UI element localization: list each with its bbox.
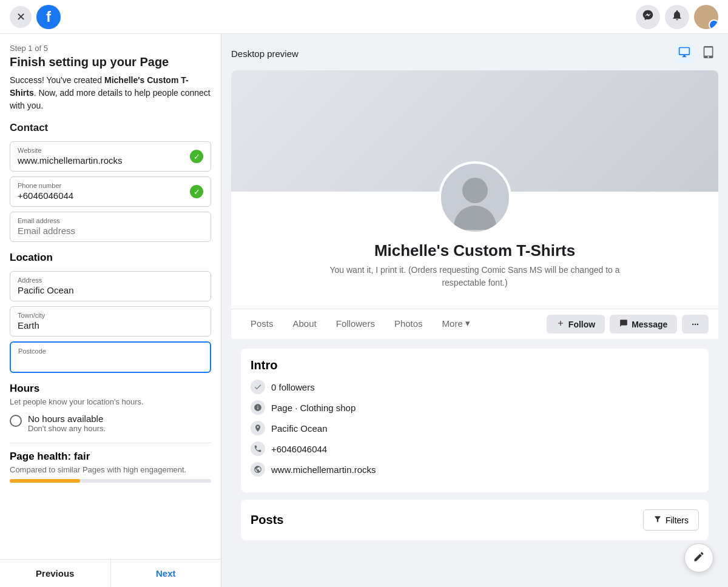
- followers-icon: [251, 380, 265, 394]
- phone-label: Phone number: [18, 182, 203, 189]
- tab-posts[interactable]: Posts: [241, 310, 283, 339]
- globe-icon: [251, 462, 265, 477]
- address-input[interactable]: [18, 285, 203, 295]
- preview-icons: [675, 44, 718, 63]
- location-icon: [251, 421, 265, 435]
- location-text: Pacific Ocean: [271, 423, 328, 434]
- website-input[interactable]: [18, 155, 203, 166]
- contact-section-title: Contact: [10, 122, 211, 134]
- health-description: Compared to similar Pages with high enga…: [10, 465, 211, 474]
- follow-icon: [556, 319, 565, 329]
- phone-intro-item: +6046046044: [251, 441, 699, 456]
- town-label: Town/city: [18, 312, 203, 319]
- phone-text: +6046046044: [271, 444, 327, 454]
- left-panel-content: Step 1 of 5 Finish setting up your Page …: [0, 34, 221, 559]
- previous-button[interactable]: Previous: [0, 560, 111, 587]
- notifications-button[interactable]: [665, 5, 689, 29]
- email-label: Email address: [18, 217, 203, 224]
- tab-about[interactable]: About: [283, 310, 326, 339]
- page-description: Success! You've created Michelle's Custo…: [10, 74, 211, 112]
- next-button[interactable]: Next: [111, 560, 221, 587]
- email-field-wrapper: Email address: [10, 212, 211, 242]
- no-hours-sublabel: Don't show any hours.: [28, 424, 106, 433]
- page-name: Michelle's Custom T-Shirts: [246, 241, 704, 260]
- website-field-group: Website ✓: [10, 141, 211, 172]
- tab-followers[interactable]: Followers: [326, 310, 385, 339]
- no-hours-option[interactable]: No hours available Don't show any hours.: [10, 414, 211, 433]
- message-icon: [619, 319, 628, 329]
- profile-avatar-wrap: [246, 161, 704, 234]
- email-input[interactable]: [18, 226, 203, 236]
- page-health-section: Page health: fair Compared to similar Pa…: [10, 443, 211, 483]
- address-label: Address: [18, 277, 203, 284]
- info-icon: [251, 400, 265, 415]
- left-panel-footer: Previous Next: [0, 559, 221, 587]
- town-input[interactable]: [18, 320, 203, 330]
- chevron-down-icon: ▾: [465, 318, 470, 329]
- page-tagline: You want it, I print it. (Orders request…: [323, 264, 627, 289]
- followers-count-text: 0 followers: [271, 382, 315, 392]
- desktop-preview-button[interactable]: [675, 44, 694, 63]
- facebook-logo: f: [36, 5, 61, 29]
- postcode-input[interactable]: [18, 356, 203, 366]
- address-field-group: Address: [10, 271, 211, 301]
- follow-button[interactable]: Follow: [547, 315, 605, 334]
- phone-field-group: Phone number ✓: [10, 176, 211, 207]
- hours-description: Let people know your location's hours.: [10, 397, 211, 406]
- preview-header: Desktop preview: [231, 44, 718, 63]
- address-field-wrapper: Address: [10, 271, 211, 301]
- posts-title: Posts: [251, 513, 283, 527]
- location-intro-item: Pacific Ocean: [251, 421, 699, 435]
- ellipsis-icon: ···: [692, 320, 699, 329]
- compose-button[interactable]: [684, 543, 713, 572]
- filters-icon: [653, 515, 662, 525]
- messenger-button[interactable]: [636, 5, 660, 29]
- email-field-group: Email address: [10, 212, 211, 242]
- posts-card: Posts Filters: [241, 500, 709, 540]
- bell-icon: [671, 9, 683, 24]
- tab-more[interactable]: More ▾: [433, 309, 480, 339]
- tablet-preview-button[interactable]: [699, 44, 718, 63]
- postcode-field-wrapper: Postcode: [10, 341, 211, 373]
- website-text: www.michellemartin.rocks: [271, 465, 376, 475]
- page-type-text: Page · Clothing shop: [271, 403, 356, 413]
- health-title: Page health: fair: [10, 451, 211, 463]
- health-bar-background: [10, 479, 211, 483]
- hours-title: Hours: [10, 383, 211, 395]
- followers-intro-item: 0 followers: [251, 380, 699, 394]
- intro-card: Intro 0 followers Page · Clothing shop: [241, 349, 709, 492]
- phone-field-wrapper: Phone number ✓: [10, 176, 211, 207]
- website-check-icon: ✓: [190, 150, 203, 163]
- avatar-body: [454, 206, 496, 230]
- desktop-icon: [678, 46, 690, 61]
- messenger-icon: [642, 9, 654, 24]
- avatar-head: [462, 178, 488, 203]
- compose-icon: [693, 551, 705, 566]
- user-avatar[interactable]: [694, 5, 718, 29]
- postcode-field-group: Postcode: [10, 341, 211, 373]
- preview-title: Desktop preview: [231, 49, 298, 59]
- nav-right: [636, 5, 718, 29]
- phone-input[interactable]: [18, 190, 203, 201]
- posts-header: Posts Filters: [251, 509, 699, 531]
- profile-section: Michelle's Custom T-Shirts You want it, …: [231, 161, 718, 309]
- filters-button[interactable]: Filters: [643, 509, 699, 531]
- message-button[interactable]: Message: [610, 315, 677, 334]
- close-icon: ✕: [16, 10, 25, 24]
- page-setup-title: Finish setting up your Page: [10, 55, 211, 69]
- page-type-intro-item: Page · Clothing shop: [251, 400, 699, 415]
- step-label: Step 1 of 5: [10, 44, 211, 53]
- top-navigation: ✕ f: [0, 0, 728, 34]
- website-intro-item: www.michellemartin.rocks: [251, 462, 699, 477]
- no-hours-text: No hours available Don't show any hours.: [28, 414, 106, 433]
- close-button[interactable]: ✕: [10, 6, 32, 28]
- more-actions-button[interactable]: ···: [682, 315, 709, 334]
- postcode-label: Postcode: [18, 347, 203, 355]
- nav-left: ✕ f: [10, 5, 61, 29]
- hours-section: Hours Let people know your location's ho…: [10, 383, 211, 433]
- no-hours-radio[interactable]: [10, 415, 22, 427]
- health-bar-fill: [10, 479, 80, 483]
- tablet-icon: [703, 46, 715, 61]
- main-container: Step 1 of 5 Finish setting up your Page …: [0, 34, 728, 587]
- tab-photos[interactable]: Photos: [385, 310, 433, 339]
